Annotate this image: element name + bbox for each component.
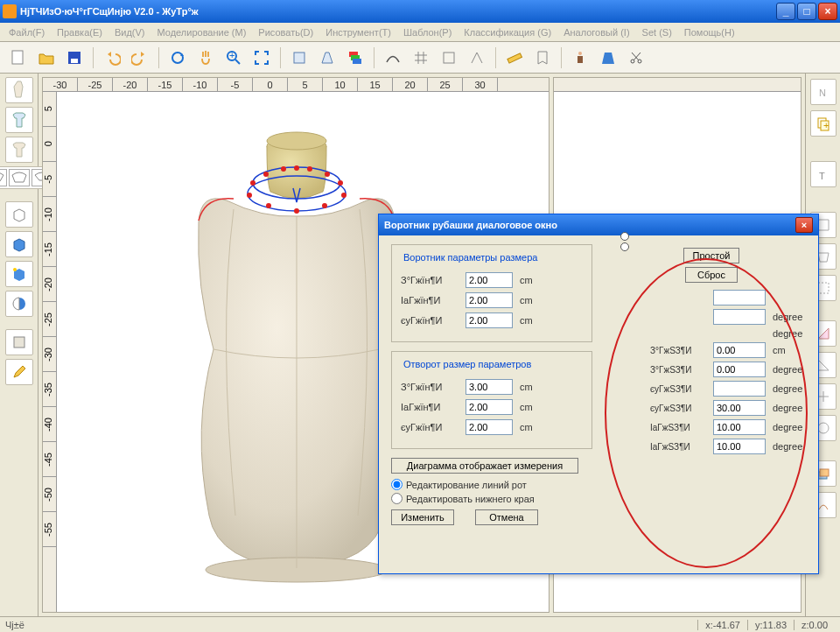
mode-radio-1[interactable]	[620, 232, 629, 241]
q1-label: З°Гжїн¶И	[401, 382, 458, 392]
r5-input[interactable]	[713, 400, 766, 416]
diagram-button[interactable]: Диаграмма отображает измерения	[391, 458, 578, 474]
tool-a-button[interactable]	[438, 46, 460, 69]
svg-point-3	[172, 53, 183, 63]
p3-unit: cm	[520, 315, 537, 326]
shirt-alt-icon[interactable]	[5, 137, 33, 163]
p3-label: єуГжїн¶И	[401, 315, 458, 326]
undo-button[interactable]	[101, 46, 123, 69]
menu-tool[interactable]: Инструмент(T)	[320, 25, 396, 39]
mannequin-button[interactable]	[569, 46, 592, 69]
collar-variant-2[interactable]	[9, 169, 30, 186]
menu-file[interactable]: Файл(F)	[4, 25, 50, 39]
r7-input[interactable]	[713, 439, 766, 454]
close-button[interactable]: ×	[818, 3, 837, 20]
separator	[280, 47, 281, 68]
pan-button[interactable]	[194, 46, 217, 69]
p1-unit: cm	[520, 275, 537, 285]
cube-lit-icon[interactable]	[5, 261, 33, 287]
open-file-button[interactable]	[35, 46, 58, 69]
shirt-icon[interactable]	[5, 107, 33, 133]
q2-input[interactable]	[466, 399, 513, 415]
apply-button[interactable]: Изменить	[391, 509, 454, 525]
menu-set[interactable]: Set (S)	[637, 25, 677, 39]
pattern-button[interactable]	[531, 46, 554, 69]
svg-point-28	[325, 172, 330, 177]
r2-input[interactable]	[713, 342, 766, 358]
new-file-button[interactable]	[7, 46, 30, 69]
half-circle-icon[interactable]	[5, 291, 33, 317]
reset-button[interactable]: Сброс	[685, 267, 738, 283]
dialog-close-button[interactable]: ×	[795, 217, 813, 233]
p3-input[interactable]	[466, 312, 513, 328]
menu-help[interactable]: Помощь(H)	[679, 25, 740, 39]
minimize-button[interactable]: _	[776, 3, 795, 20]
group2-title: Отворот размер параметров	[401, 359, 534, 369]
save-button[interactable]	[63, 46, 86, 69]
menu-edit[interactable]: Правка(E)	[52, 25, 108, 39]
svg-line-5	[235, 60, 240, 64]
r6-label: IаГжЅЗ¶И	[650, 423, 706, 432]
q1-unit: cm	[520, 382, 537, 392]
layers-button[interactable]	[344, 46, 367, 69]
r3-input[interactable]	[713, 362, 766, 377]
redo-button[interactable]	[129, 46, 151, 69]
copy-icon[interactable]: +	[810, 110, 836, 137]
radio1-label: Редактирование линий рот	[406, 480, 527, 490]
pattern-piece-icon[interactable]	[5, 329, 33, 355]
pencil-icon[interactable]	[5, 359, 33, 385]
dialog-titlebar[interactable]: Воротник рубашки диалоговое окно ×	[379, 214, 818, 235]
q1-input[interactable]	[466, 379, 513, 395]
cancel-button[interactable]: Отмена	[475, 509, 538, 525]
r7-label: IаГжЅЗ¶И	[650, 442, 706, 452]
svg-point-20	[267, 132, 326, 150]
r4-label: єуГжЅЗ¶И	[650, 384, 706, 394]
view-persp-button[interactable]	[316, 46, 339, 69]
fit-button[interactable]	[250, 46, 273, 69]
svg-point-26	[294, 165, 299, 171]
r0a-input[interactable]	[713, 290, 766, 305]
separator	[374, 47, 374, 68]
simple-button[interactable]: Простой	[683, 248, 740, 263]
measure-button[interactable]	[503, 46, 526, 69]
menu-analog[interactable]: Аналоговый (I)	[558, 25, 634, 39]
tool-n-icon[interactable]: N	[810, 79, 836, 105]
svg-text:N: N	[819, 88, 826, 98]
separator	[158, 47, 159, 68]
text-tool-icon[interactable]: T	[810, 161, 836, 187]
svg-rect-17	[14, 337, 24, 348]
collar-dialog: Воротник рубашки диалоговое окно × Ворот…	[378, 214, 819, 574]
window-titlebar: НјТЧИзО·юЧ°гГСщИнјю V2.0 - ЖуТр°ж _ □ ×	[0, 0, 840, 23]
zoom-button[interactable]: +	[222, 46, 245, 69]
svg-point-27	[307, 166, 312, 172]
dress-form-icon[interactable]	[5, 77, 33, 103]
rotate-button[interactable]	[166, 46, 189, 69]
menu-view[interactable]: Вид(V)	[109, 25, 150, 39]
maximize-button[interactable]: □	[797, 3, 816, 20]
scissors-button[interactable]	[625, 46, 648, 69]
curve-tool-button[interactable]	[382, 46, 404, 69]
skirt-button[interactable]	[597, 46, 620, 69]
cube-outline-icon[interactable]	[5, 201, 33, 228]
grid-button[interactable]	[410, 46, 432, 69]
edit-mouth-line-radio[interactable]	[391, 479, 402, 490]
cube-blue-icon[interactable]	[5, 231, 33, 257]
svg-rect-2	[71, 59, 78, 63]
p1-input[interactable]	[466, 272, 513, 288]
menu-classification[interactable]: Классификация (G)	[458, 25, 556, 39]
q3-input[interactable]	[466, 419, 513, 435]
r6-input[interactable]	[713, 419, 766, 435]
r4-input[interactable]	[713, 381, 766, 397]
edit-bottom-edge-radio[interactable]	[391, 493, 402, 504]
menu-draw[interactable]: Рисовать(D)	[253, 25, 318, 39]
menu-template[interactable]: Шаблон(P)	[398, 25, 457, 39]
tool-b-button[interactable]	[466, 46, 488, 69]
menu-model[interactable]: Моделирование (M)	[152, 25, 252, 39]
collar-variant-1[interactable]	[0, 169, 7, 186]
ruler-horizontal: -30-25-20-15-10-5051015202530	[43, 78, 549, 92]
r0b-input[interactable]	[713, 309, 766, 325]
view-front-button[interactable]	[288, 46, 311, 69]
radio2-label: Редактировать нижнего края	[406, 494, 535, 504]
window-title: НјТЧИзО·юЧ°гГСщИнјю V2.0 - ЖуТр°ж	[20, 6, 774, 17]
p2-input[interactable]	[466, 292, 513, 308]
